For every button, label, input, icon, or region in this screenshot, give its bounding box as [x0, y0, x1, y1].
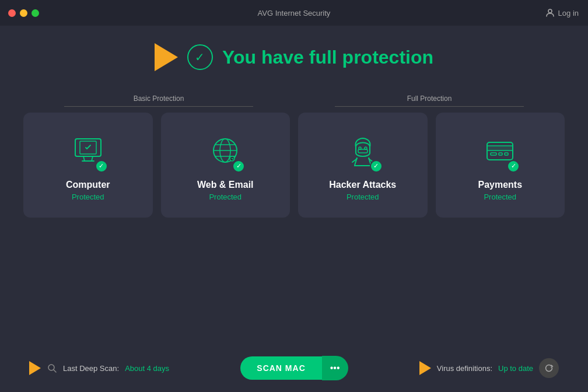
- tier-labels: Basic Protection Full Protection: [23, 94, 565, 107]
- minimize-button[interactable]: [20, 9, 27, 17]
- scan-more-button[interactable]: •••: [322, 356, 348, 380]
- virus-arrow-icon: [419, 361, 431, 375]
- svg-point-0: [548, 9, 552, 13]
- hacker-icon-wrap: ✓: [345, 133, 380, 170]
- hero-section: ✓ You have full protection: [155, 43, 433, 71]
- web-card-status: Protected: [209, 192, 242, 201]
- check-symbol: ✓: [195, 50, 205, 64]
- virus-value: Up to date: [498, 364, 533, 373]
- svg-rect-13: [487, 146, 513, 150]
- app-title: AVG Internet Security: [258, 9, 331, 18]
- basic-tier-line: [64, 106, 254, 107]
- play-arrow-icon: [155, 43, 178, 71]
- full-tier-line: [335, 106, 524, 107]
- payments-check-icon: ✓: [507, 160, 520, 173]
- scan-mac-button[interactable]: SCAN MAC: [240, 356, 321, 380]
- scan-button-group: SCAN MAC •••: [240, 356, 348, 380]
- svg-rect-12: [487, 142, 513, 160]
- svg-point-11: [365, 147, 367, 149]
- virus-definitions-section: Virus definitions: Up to date: [419, 358, 559, 378]
- payments-icon-wrap: ✓: [482, 133, 517, 170]
- titlebar: AVG Internet Security Log in: [0, 0, 588, 26]
- last-scan-section: Last Deep Scan: About 4 days: [29, 361, 169, 375]
- last-scan-value: About 4 days: [125, 364, 169, 373]
- virus-label: Virus definitions:: [437, 364, 492, 373]
- hacker-check-icon: ✓: [370, 160, 383, 173]
- payments-card[interactable]: ✓ Payments Protected: [436, 113, 565, 218]
- basic-protection-label: Basic Protection: [134, 94, 184, 103]
- tiers-section: Basic Protection Full Protection: [23, 94, 565, 218]
- svg-rect-9: [358, 149, 368, 153]
- payments-card-status: Protected: [484, 192, 516, 201]
- refresh-button[interactable]: [539, 358, 559, 378]
- svg-line-18: [54, 370, 56, 372]
- computer-card[interactable]: ✓ Computer Protected: [23, 113, 153, 218]
- check-circle-icon: ✓: [187, 44, 213, 70]
- hacker-card-status: Protected: [346, 192, 379, 201]
- traffic-lights: [8, 9, 39, 17]
- full-protection-label: Full Protection: [407, 94, 452, 103]
- hacker-attacks-card[interactable]: ✓ Hacker Attacks Protected: [298, 113, 428, 218]
- login-button[interactable]: Log in: [545, 8, 579, 18]
- scan-more-dots: •••: [330, 363, 340, 373]
- computer-check-icon: ✓: [95, 160, 108, 173]
- web-icon-wrap: ✓: [208, 133, 243, 170]
- bottom-bar: Last Deep Scan: About 4 days SCAN MAC ••…: [23, 356, 565, 380]
- computer-card-title: Computer: [66, 180, 110, 190]
- refresh-icon: [544, 363, 554, 373]
- last-scan-arrow-icon: [29, 361, 41, 375]
- maximize-button[interactable]: [32, 9, 39, 17]
- hacker-card-title: Hacker Attacks: [329, 180, 396, 190]
- web-card-title: Web & Email: [197, 180, 254, 190]
- user-icon: [545, 8, 555, 18]
- cards-row: ✓ Computer Protected: [23, 113, 565, 218]
- login-label: Log in: [558, 9, 579, 18]
- full-protection-label-group: Full Protection: [294, 94, 565, 107]
- search-icon: [47, 363, 57, 373]
- computer-icon-wrap: ✓: [71, 133, 106, 170]
- svg-rect-16: [505, 153, 508, 155]
- payments-card-title: Payments: [478, 180, 522, 190]
- svg-rect-14: [491, 153, 496, 155]
- main-content: ✓ You have full protection Basic Protect…: [0, 26, 588, 392]
- web-check-icon: ✓: [232, 160, 245, 173]
- close-button[interactable]: [8, 9, 16, 17]
- svg-point-10: [359, 147, 361, 149]
- last-scan-label: Last Deep Scan:: [63, 364, 119, 373]
- web-email-card[interactable]: ✓ Web & Email Protected: [161, 113, 290, 218]
- computer-card-status: Protected: [72, 192, 104, 201]
- svg-rect-15: [499, 153, 502, 155]
- hero-text: You have full protection: [222, 47, 433, 68]
- basic-protection-label-group: Basic Protection: [23, 94, 294, 107]
